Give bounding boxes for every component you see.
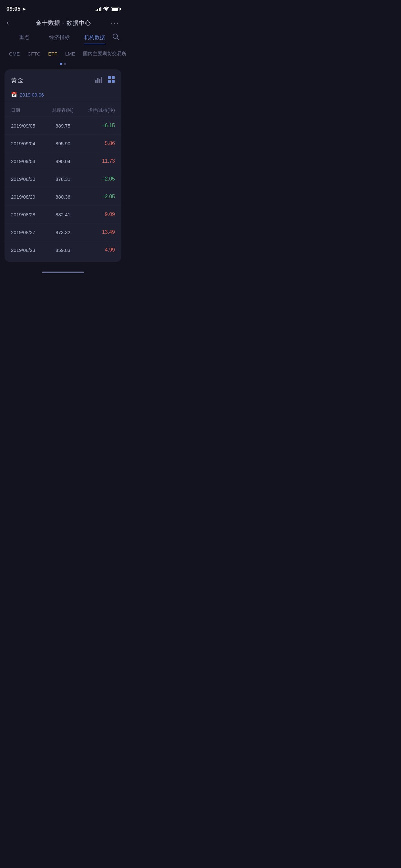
tab-cme[interactable]: CME [5, 50, 24, 58]
nav-bar: ‹ 金十数据 - 数据中心 ··· [0, 16, 126, 31]
main-card: 黄金 📅 2019.09.06 [4, 69, 121, 262]
cell-stock: 859.83 [45, 247, 80, 253]
svg-rect-7 [112, 76, 115, 79]
cell-change: –2.05 [81, 194, 115, 199]
cell-stock: 878.31 [45, 176, 80, 182]
cell-change: 11.73 [81, 158, 115, 164]
main-tab-bar: 重点 经济指标 机构数据 [0, 31, 126, 47]
cell-change: –6.15 [81, 123, 115, 128]
tab-key[interactable]: 重点 [6, 32, 42, 43]
col-header-stock: 总库存(吨) [45, 107, 80, 113]
tab-institution[interactable]: 机构数据 [77, 32, 112, 43]
cell-change: 9.09 [81, 212, 115, 217]
cell-stock: 882.41 [45, 212, 80, 217]
tab-etf[interactable]: ETF [44, 50, 61, 58]
table-row: 2019/08/27 873.32 13.49 [4, 223, 121, 241]
svg-rect-4 [99, 79, 100, 83]
svg-rect-2 [95, 80, 96, 83]
col-header-change: 增持/减持(吨) [81, 107, 115, 113]
col-header-date: 日期 [11, 107, 45, 113]
wifi-icon [103, 6, 109, 12]
table-row: 2019/09/04 895.90 5.86 [4, 135, 121, 152]
cell-stock: 890.04 [45, 159, 80, 164]
cell-change: 4.99 [81, 247, 115, 253]
cell-stock: 873.32 [45, 229, 80, 235]
cell-change: 13.49 [81, 229, 115, 235]
dot-1 [60, 63, 62, 65]
svg-line-1 [117, 38, 119, 40]
dot-2 [64, 63, 66, 65]
table-row: 2019/08/30 878.31 –2.05 [4, 170, 121, 188]
svg-rect-6 [108, 76, 111, 79]
card-header: 黄金 [4, 69, 121, 90]
cell-stock: 889.75 [45, 123, 80, 128]
cell-date: 2019/08/29 [11, 194, 45, 199]
date-row[interactable]: 📅 2019.09.06 [4, 90, 121, 102]
more-button[interactable]: ··· [111, 19, 120, 27]
table-row: 2019/08/23 859.83 4.99 [4, 241, 121, 259]
cell-date: 2019/08/23 [11, 247, 45, 253]
battery-icon [111, 7, 120, 11]
table-row: 2019/08/28 882.41 9.09 [4, 206, 121, 223]
svg-rect-5 [101, 77, 102, 83]
tab-domestic[interactable]: 国内主要期货交易所 [79, 50, 126, 58]
cell-date: 2019/09/04 [11, 141, 45, 146]
calendar-icon: 📅 [11, 92, 17, 97]
cell-change: –2.05 [81, 176, 115, 182]
table-header: 日期 总库存(吨) 增持/减持(吨) [4, 102, 121, 117]
table-row: 2019/09/05 889.75 –6.15 [4, 117, 121, 135]
card-view-icons [95, 76, 115, 85]
status-time: 09:05 ➤ [6, 6, 26, 12]
cell-date: 2019/08/27 [11, 229, 45, 235]
card-title: 黄金 [11, 76, 24, 84]
back-button[interactable]: ‹ [6, 19, 16, 27]
selected-date: 2019.09.06 [20, 92, 44, 97]
sub-tab-bar: CME CFTC ETF LME 国内主要期货交易所 [0, 47, 126, 61]
table-body: 2019/09/05 889.75 –6.15 2019/09/04 895.9… [4, 117, 121, 259]
cell-change: 5.86 [81, 141, 115, 146]
page-title: 金十数据 - 数据中心 [36, 19, 91, 27]
status-bar: 09:05 ➤ [0, 0, 126, 16]
svg-rect-9 [112, 80, 115, 83]
tab-cftc[interactable]: CFTC [24, 50, 44, 58]
cell-date: 2019/08/28 [11, 212, 45, 217]
cell-stock: 895.90 [45, 141, 80, 146]
table-row: 2019/09/03 890.04 11.73 [4, 152, 121, 170]
chart-icon[interactable] [95, 76, 103, 85]
search-button[interactable] [112, 33, 120, 42]
cell-stock: 880.36 [45, 194, 80, 199]
svg-rect-3 [97, 78, 98, 83]
cell-date: 2019/09/03 [11, 159, 45, 164]
grid-icon[interactable] [108, 76, 115, 85]
tab-lme[interactable]: LME [61, 50, 79, 58]
dots-indicator [0, 61, 126, 69]
tab-economic[interactable]: 经济指标 [42, 32, 77, 43]
svg-rect-8 [108, 80, 111, 83]
home-bar [42, 272, 84, 273]
status-icons [96, 6, 120, 12]
cell-date: 2019/08/30 [11, 176, 45, 182]
cell-date: 2019/09/05 [11, 123, 45, 128]
table-row: 2019/08/29 880.36 –2.05 [4, 188, 121, 206]
signal-bars-icon [96, 7, 101, 11]
home-indicator [0, 268, 126, 275]
